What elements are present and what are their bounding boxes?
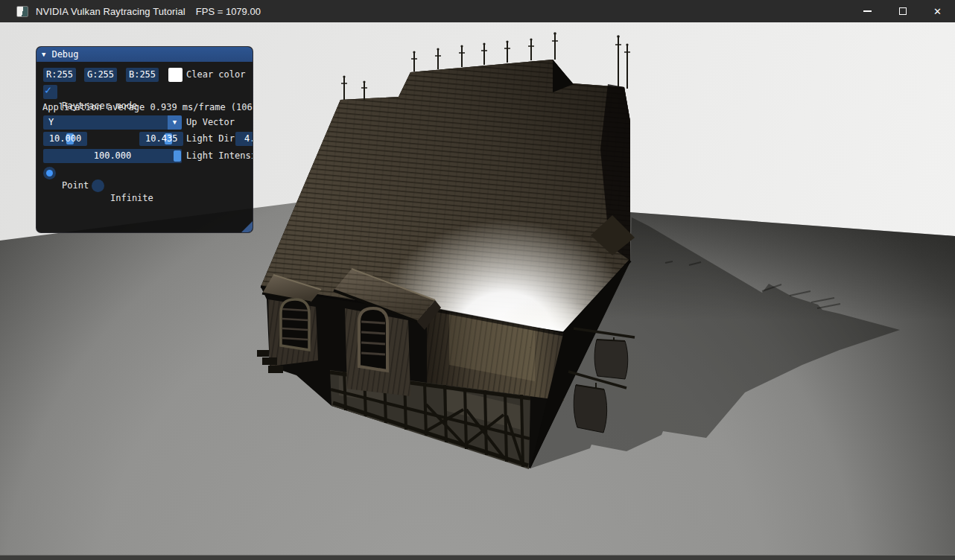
light-dir-x-drag[interactable]: 10.000 <box>43 132 87 146</box>
app-icon <box>16 6 28 17</box>
window-controls: ✕ <box>850 0 955 22</box>
radio-dot <box>46 170 53 176</box>
point-radio-label: Point <box>62 179 89 193</box>
dormer-left-window <box>281 299 309 350</box>
maximize-icon <box>899 7 907 15</box>
debug-panel[interactable]: ▼ Debug R:255 G:255 B:255 Clear color ✓ … <box>36 46 253 233</box>
debug-panel-header[interactable]: ▼ Debug <box>37 47 253 62</box>
minimize-button[interactable] <box>850 0 885 22</box>
up-vector-label: Up Vector <box>186 115 235 130</box>
up-vector-combo[interactable]: Y ▼ <box>43 115 182 130</box>
up-vector-row: Y ▼ Up Vector <box>37 115 253 130</box>
collapse-arrow-icon[interactable]: ▼ <box>42 51 45 58</box>
clear-color-row: R:255 G:255 B:255 Clear color <box>37 68 253 82</box>
light-dir-label: Light Dir <box>186 132 235 146</box>
light-type-row: Point Infinite <box>37 166 253 180</box>
clear-color-label: Clear color <box>186 68 245 82</box>
point-radio[interactable] <box>43 167 56 179</box>
light-intensity-label: Light Intensity <box>186 149 253 163</box>
lantern-upper <box>594 340 628 379</box>
slider-grab[interactable] <box>174 150 181 162</box>
close-icon: ✕ <box>933 7 942 16</box>
checkmark-icon: ✓ <box>45 83 51 98</box>
light-dir-z-drag[interactable]: 4.681 <box>235 132 253 146</box>
light-dir-y-drag[interactable]: 10.435 <box>139 132 183 146</box>
lantern-lower <box>574 385 606 433</box>
titlebar[interactable]: NVIDIA Vulkan Raytracing Tutorial FPS = … <box>0 0 955 22</box>
raytracer-row: ✓ Raytracer mode <box>37 85 253 99</box>
minimize-icon <box>863 10 872 12</box>
ground-front-face <box>0 556 955 560</box>
green-value-button[interactable]: G:255 <box>84 68 117 82</box>
clear-color-swatch[interactable] <box>168 68 183 82</box>
window-title: NVIDIA Vulkan Raytracing Tutorial <box>36 6 185 17</box>
light-intensity-row: 100.000 Light Intensity <box>37 149 253 163</box>
infinite-radio-label: Infinite <box>110 191 153 206</box>
debug-panel-title: Debug <box>51 49 78 60</box>
dormer-right-window <box>359 308 387 371</box>
red-value-button[interactable]: R:255 <box>43 68 76 82</box>
close-button[interactable]: ✕ <box>920 0 955 22</box>
maximize-button[interactable] <box>885 0 920 22</box>
infinite-radio[interactable] <box>92 179 104 192</box>
combo-arrow-icon[interactable]: ▼ <box>168 115 182 130</box>
fps-counter: FPS = 1079.00 <box>196 6 261 17</box>
light-dir-row: 10.000 10.435 4.681 Light Dir <box>37 132 253 146</box>
raytracer-mode-checkbox[interactable]: ✓ <box>43 85 57 99</box>
perf-text: Application average 0.939 ms/frame (1064 <box>42 101 253 115</box>
application-window: NVIDIA Vulkan Raytracing Tutorial FPS = … <box>0 0 955 560</box>
panel-resize-grip[interactable] <box>241 221 253 232</box>
blue-value-button[interactable]: B:255 <box>126 68 159 82</box>
up-vector-value: Y <box>43 115 182 130</box>
light-intensity-slider[interactable]: 100.000 <box>43 149 182 163</box>
